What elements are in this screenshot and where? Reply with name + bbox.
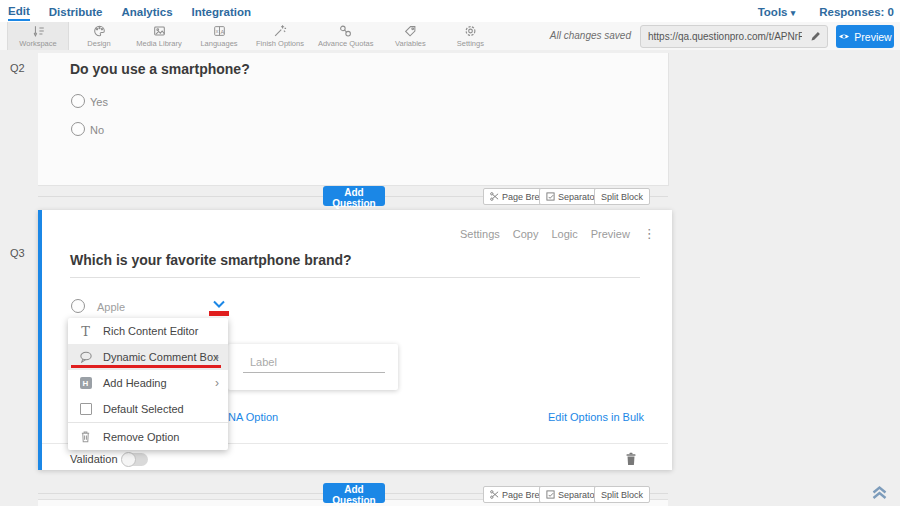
links-icon	[338, 24, 353, 38]
top-navigation: Edit Distribute Analytics Integration To…	[0, 0, 900, 22]
translate-icon: xA	[212, 24, 227, 38]
survey-url-input[interactable]	[641, 31, 804, 42]
toolbar-item-advance-quotas[interactable]: Advance Quotas	[311, 22, 380, 50]
chevron-right-icon: ›	[215, 376, 219, 390]
workspace-icon	[31, 24, 46, 38]
wand-icon	[272, 24, 287, 38]
q3-copy-link[interactable]: Copy	[513, 228, 539, 240]
delete-question-trash-icon[interactable]	[625, 451, 637, 466]
svg-text:A: A	[220, 29, 224, 35]
tools-menu[interactable]: Tools ▾	[758, 3, 796, 20]
q3-option-apple-label[interactable]: Apple	[97, 301, 125, 313]
menu-item-default-selected[interactable]: Default Selected	[68, 396, 228, 422]
nav-tab-analytics[interactable]: Analytics	[121, 3, 172, 20]
nav-right: Tools ▾ Responses: 0	[758, 3, 900, 20]
q2-option-yes-label[interactable]: Yes	[90, 96, 108, 108]
toolbar-item-workspace[interactable]: Workspace	[7, 22, 69, 50]
scroll-to-top-icon[interactable]	[871, 485, 888, 500]
q2-title[interactable]: Do you use a smartphone?	[70, 61, 250, 77]
toggle-knob	[121, 452, 136, 467]
q3-more-menu-icon[interactable]: ⋮	[643, 229, 656, 239]
red-annotation-menu-item	[71, 365, 221, 368]
gear-icon	[463, 24, 478, 38]
separator-icon	[546, 490, 555, 499]
q2-option-no-radio[interactable]	[71, 122, 85, 136]
nav-tab-distribute[interactable]: Distribute	[49, 3, 103, 20]
editor-toolbar: Workspace Design Media Library xA Langua…	[0, 22, 900, 51]
caret-down-icon: ▾	[791, 8, 796, 18]
scissors-icon	[490, 490, 499, 499]
scissors-icon	[490, 192, 499, 201]
q3-preview-link[interactable]: Preview	[591, 228, 630, 240]
na-option-link[interactable]: NA Option	[228, 411, 278, 423]
validation-toggle[interactable]	[122, 453, 148, 466]
option-menu-chevron-down-icon[interactable]	[212, 300, 226, 309]
toolbar-item-settings[interactable]: Settings	[440, 22, 500, 50]
validation-label: Validation	[70, 453, 118, 465]
q3-action-bar: Settings Copy Logic Preview ⋮	[460, 228, 656, 240]
toolbar-item-media-library[interactable]: Media Library	[129, 22, 189, 50]
question-number-q3: Q3	[10, 247, 25, 259]
q3-settings-link[interactable]: Settings	[460, 228, 500, 240]
comment-box-label-flyout	[228, 344, 398, 390]
split-block-button[interactable]: Split Block	[594, 188, 650, 205]
tag-icon	[403, 24, 418, 38]
heading-icon: H	[80, 377, 92, 389]
nav-tab-integration[interactable]: Integration	[192, 3, 251, 20]
svg-text:x: x	[215, 28, 218, 34]
chevron-right-icon: ›	[215, 350, 219, 364]
image-icon	[152, 24, 167, 38]
add-question-button[interactable]: Add Question	[323, 483, 385, 503]
checkbox-icon	[80, 403, 92, 415]
edit-options-in-bulk-link[interactable]: Edit Options in Bulk	[548, 411, 644, 423]
comment-icon	[78, 351, 93, 363]
q2-option-yes-radio[interactable]	[71, 94, 85, 108]
eye-icon	[838, 32, 850, 41]
menu-item-remove-option[interactable]: Remove Option	[68, 423, 228, 450]
q3-option-apple-radio[interactable]	[71, 299, 85, 313]
save-status: All changes saved	[550, 30, 631, 41]
toolbar-item-languages[interactable]: xA Languages	[189, 22, 249, 50]
q3-title[interactable]: Which is your favorite smartphone brand?	[70, 252, 352, 268]
separator-icon	[546, 192, 555, 201]
q3-title-underline	[70, 277, 640, 278]
add-question-button[interactable]: Add Question	[323, 186, 385, 206]
q3-logic-link[interactable]: Logic	[551, 228, 577, 240]
nav-tab-edit[interactable]: Edit	[8, 2, 30, 21]
split-block-button[interactable]: Split Block	[594, 486, 650, 503]
questionpro-survey-editor: Edit Distribute Analytics Integration To…	[0, 0, 900, 506]
text-icon: T	[78, 324, 93, 339]
preview-button[interactable]: Preview	[836, 25, 894, 48]
edit-url-pencil-icon[interactable]	[804, 31, 827, 42]
responses-count[interactable]: Responses: 0	[819, 3, 894, 20]
question-number-q2: Q2	[10, 62, 25, 74]
toolbar-item-finish-options[interactable]: Finish Options	[249, 22, 311, 50]
nav-left: Edit Distribute Analytics Integration	[0, 2, 251, 21]
label-input[interactable]	[243, 354, 385, 373]
q2-option-no-label[interactable]: No	[90, 124, 104, 136]
toolbar-item-variables[interactable]: Variables	[380, 22, 440, 50]
option-context-menu: T Rich Content Editor Dynamic Comment Bo…	[68, 318, 228, 450]
menu-item-add-heading[interactable]: H Add Heading ›	[68, 370, 228, 396]
toolbar-item-design[interactable]: Design	[69, 22, 129, 50]
menu-item-rich-content-editor[interactable]: T Rich Content Editor	[68, 318, 228, 344]
trash-icon	[78, 430, 93, 443]
palette-icon	[92, 24, 107, 38]
survey-url-box	[640, 25, 828, 48]
red-annotation-chevron	[209, 311, 229, 316]
